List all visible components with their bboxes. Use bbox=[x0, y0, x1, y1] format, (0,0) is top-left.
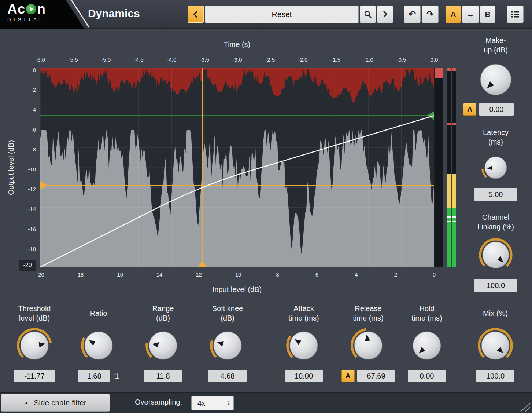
knob-body bbox=[483, 242, 509, 268]
output-axis-label: Output level (dB) bbox=[7, 127, 15, 208]
ab-copy-button[interactable]: → bbox=[462, 6, 479, 23]
axis-tick: -3.5 bbox=[200, 56, 209, 63]
ab-slot-b-button[interactable]: B bbox=[480, 6, 495, 23]
time-axis-ticks: -6.0-5.5-5.0-4.5-4.0-3.5-3.0-2.5-2.0-1.5… bbox=[40, 56, 434, 63]
chevron-left-icon bbox=[193, 10, 199, 18]
hold-value[interactable]: 0.00 bbox=[408, 370, 446, 382]
peak-mark bbox=[447, 221, 451, 222]
side-chain-filter-label: Side chain filter bbox=[34, 398, 86, 407]
chevron-right-icon bbox=[382, 10, 388, 18]
ratio-value[interactable]: 1.68 bbox=[78, 370, 110, 382]
axis-tick: -16 bbox=[28, 226, 36, 232]
brand-subtitle: DIGITAL bbox=[7, 17, 46, 22]
axis-tick: -8 bbox=[274, 271, 279, 278]
oversampling-select[interactable]: 4x ▲▼ bbox=[191, 396, 234, 410]
dynamics-plugin-window: Acn DIGITAL Dynamics Reset ↶ ↷ A → bbox=[0, 0, 532, 413]
search-icon bbox=[363, 10, 372, 19]
latency-value[interactable]: 5.00 bbox=[474, 188, 517, 201]
plugin-title: Dynamics bbox=[88, 7, 140, 20]
axis-tick: -12 bbox=[194, 271, 202, 278]
axis-tick: 0 bbox=[33, 67, 36, 73]
mix-value-row: 100.0 bbox=[455, 370, 532, 382]
peak-hold-mark bbox=[452, 123, 456, 125]
makeup-value[interactable]: 0.00 bbox=[479, 103, 514, 116]
axis-tick: 0 bbox=[433, 271, 436, 278]
acon-digital-logo: Acn DIGITAL bbox=[0, 0, 86, 29]
axis-tick: -1.0 bbox=[364, 56, 373, 63]
meter-track bbox=[435, 68, 439, 267]
axis-tick: -1.5 bbox=[331, 56, 340, 63]
axis-tick: -18 bbox=[76, 271, 84, 278]
makeup-auto-button[interactable]: A bbox=[463, 103, 476, 116]
channel-linking-knob[interactable] bbox=[479, 238, 513, 273]
peak-hold-mark bbox=[447, 123, 451, 125]
menu-button[interactable] bbox=[507, 6, 524, 23]
knob-group-soft-knee: Soft knee(dB)4.68 bbox=[187, 303, 268, 382]
time-axis-label: Time (s) bbox=[171, 40, 303, 49]
preset-search-button[interactable] bbox=[360, 6, 376, 23]
peak-mark bbox=[452, 221, 456, 222]
spinner-arrows-icon[interactable]: ▲▼ bbox=[224, 396, 233, 410]
previous-preset-button[interactable] bbox=[188, 6, 204, 23]
redo-icon: ↷ bbox=[426, 10, 434, 19]
preset-name-display[interactable]: Reset bbox=[205, 6, 359, 23]
meter-warn-segment bbox=[452, 174, 456, 208]
channel-linking-value[interactable]: 100.0 bbox=[474, 279, 517, 292]
input-axis-ticks: -20-18-16-14-12-10-8-6-4-20 bbox=[40, 271, 434, 278]
peak-mark bbox=[452, 216, 456, 218]
makeup-knob[interactable] bbox=[477, 61, 515, 100]
axis-tick: -6.0 bbox=[36, 56, 45, 63]
output-axis-corner-tick: -20 bbox=[19, 260, 36, 271]
threshold-value[interactable]: -11.77 bbox=[14, 370, 55, 382]
dynamics-transfer-graph[interactable] bbox=[40, 68, 434, 267]
input-axis-label: Input level (dB) bbox=[171, 285, 303, 294]
axis-tick: -5.0 bbox=[101, 56, 111, 63]
knob-body bbox=[85, 332, 112, 359]
axis-tick: -18 bbox=[28, 245, 36, 252]
soft-knee-knob[interactable] bbox=[187, 327, 268, 364]
knob-body bbox=[413, 332, 441, 359]
ab-slot-a-button[interactable]: A bbox=[446, 6, 461, 23]
mix-value[interactable]: 100.0 bbox=[476, 370, 514, 382]
oversampling-value: 4x bbox=[192, 399, 224, 407]
axis-tick: -4 bbox=[353, 271, 358, 278]
axis-tick: -3.0 bbox=[233, 56, 242, 63]
axis-tick: 0.0 bbox=[431, 56, 438, 63]
axis-tick: -12 bbox=[28, 186, 36, 192]
output-axis-ticks: 0-2-4-6-8-10-12-14-16-18 bbox=[21, 68, 36, 267]
collapse-up-icon: ▲ bbox=[24, 400, 29, 405]
axis-tick: -0.5 bbox=[396, 56, 406, 63]
clip-indicator bbox=[452, 68, 456, 71]
brand-play-circle-icon bbox=[26, 4, 36, 14]
makeup-value-row: A 0.00 bbox=[463, 103, 514, 116]
undo-button[interactable]: ↶ bbox=[404, 6, 421, 23]
list-menu-icon bbox=[511, 10, 520, 18]
side-chain-filter-button[interactable]: ▲ Side chain filter bbox=[1, 394, 110, 412]
knob-body bbox=[354, 332, 382, 359]
soft-knee-value[interactable]: 4.68 bbox=[208, 370, 247, 382]
menu-group bbox=[507, 6, 524, 23]
mix-knob[interactable] bbox=[455, 327, 532, 364]
clip-indicator bbox=[439, 68, 443, 78]
redo-button[interactable]: ↷ bbox=[422, 6, 439, 23]
meter-track bbox=[439, 68, 443, 267]
latency-knob[interactable] bbox=[481, 153, 510, 184]
next-preset-button[interactable] bbox=[377, 6, 393, 23]
undo-redo-group: ↶ ↷ bbox=[404, 6, 439, 23]
brand-text: Acn DIGITAL bbox=[7, 2, 46, 22]
knob-body bbox=[214, 332, 241, 359]
knob-body bbox=[480, 64, 511, 95]
play-icon bbox=[30, 7, 34, 11]
resize-grip[interactable] bbox=[518, 402, 531, 412]
axis-tick: -20 bbox=[36, 271, 44, 278]
channel-linking-label: ChannelLinking (%) bbox=[459, 212, 532, 231]
axis-tick: -10 bbox=[233, 271, 241, 278]
latency-label: Latency(ms) bbox=[459, 128, 532, 147]
attack-value[interactable]: 10.00 bbox=[285, 370, 323, 382]
axis-tick: -10 bbox=[28, 166, 36, 172]
oversampling-label: Oversampling: bbox=[135, 398, 182, 406]
axis-tick: -2.0 bbox=[298, 56, 308, 63]
brand-post: n bbox=[37, 2, 46, 16]
range-value[interactable]: 11.8 bbox=[144, 370, 182, 382]
release-auto-button[interactable]: A bbox=[341, 370, 355, 382]
